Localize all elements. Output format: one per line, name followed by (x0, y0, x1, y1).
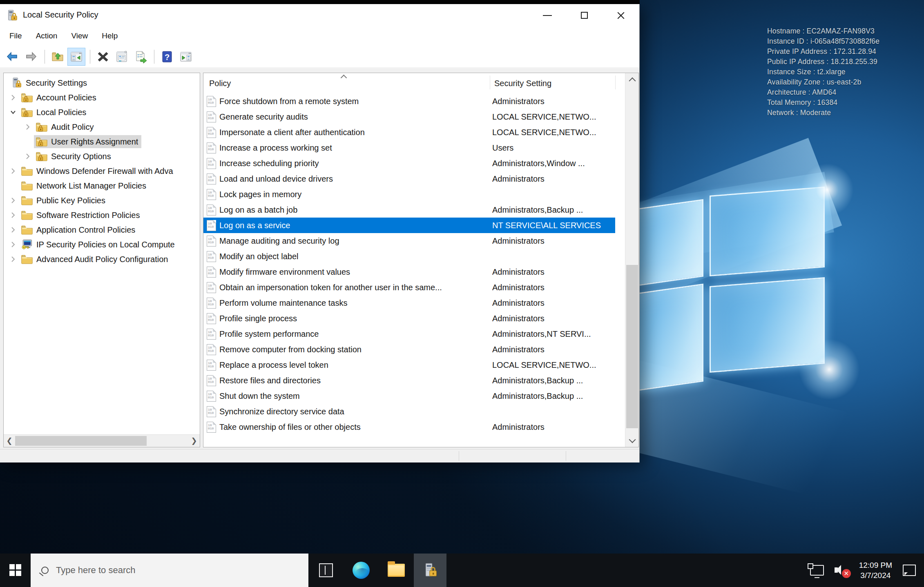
task-view-button[interactable] (308, 554, 344, 587)
tree-item-core[interactable]: Local Policies (19, 106, 89, 119)
policy-row-increase-a-process-working-set[interactable]: Increase a process working setUsers (203, 140, 615, 156)
help-button[interactable]: ? (158, 48, 176, 66)
tree-item-core[interactable]: Account Policies (19, 91, 100, 104)
policy-row-manage-auditing-and-security-log[interactable]: Manage auditing and security logAdminist… (203, 233, 615, 249)
show-console-tree-button[interactable] (67, 48, 85, 66)
policy-row-force-shutdown-from-a-remote-system[interactable]: Force shutdown from a remote systemAdmin… (203, 93, 615, 109)
forward-button[interactable] (22, 48, 40, 66)
column-divider[interactable] (615, 76, 616, 89)
tree-item-audit-policy[interactable]: Audit Policy (4, 120, 200, 134)
policy-row-obtain-an-impersonation-token-for-another-user-in-the-same[interactable]: Obtain an impersonation token for anothe… (203, 280, 615, 295)
column-header-policy[interactable]: Policy (209, 79, 231, 88)
chevron-right-icon[interactable] (7, 253, 19, 265)
chevron-right-icon[interactable] (7, 194, 19, 207)
close-button[interactable] (603, 4, 639, 27)
chevron-right-icon[interactable] (7, 209, 19, 221)
policy-row-shut-down-the-system[interactable]: Shut down the systemAdministrators,Backu… (203, 388, 615, 404)
tree-item-core[interactable]: Security Options (34, 150, 114, 163)
scroll-right-arrow[interactable]: ❯ (188, 435, 200, 447)
chevron-down-icon[interactable] (7, 106, 19, 118)
policy-row-load-and-unload-device-drivers[interactable]: Load and unload device driversAdministra… (203, 171, 615, 187)
delete-button[interactable] (94, 48, 112, 66)
tree-item-core[interactable]: Audit Policy (34, 120, 97, 133)
file-explorer-button[interactable] (379, 554, 414, 587)
policy-row-increase-scheduling-priority[interactable]: Increase scheduling priorityAdministrato… (203, 156, 615, 171)
minimize-button[interactable] (529, 4, 566, 27)
scrollbar-thumb[interactable] (626, 265, 638, 428)
scroll-left-arrow[interactable]: ❮ (4, 435, 15, 447)
tree-item-security-options[interactable]: Security Options (4, 149, 200, 164)
policy-row-lock-pages-in-memory[interactable]: Lock pages in memory (203, 187, 615, 202)
search-input[interactable] (55, 565, 268, 576)
window-top-strip (0, 0, 640, 4)
column-divider[interactable] (490, 76, 490, 89)
tree-horizontal-scrollbar[interactable]: ❮ ❯ (4, 434, 200, 447)
local-security-policy-taskbar-button[interactable] (414, 554, 446, 587)
chevron-right-icon[interactable] (7, 238, 19, 251)
policy-row-replace-a-process-level-token[interactable]: Replace a process level tokenLOCAL SERVI… (203, 357, 615, 373)
taskbar-clock[interactable]: 12:09 PM 3/7/2024 (859, 560, 892, 580)
tree-item-core[interactable]: Application Control Policies (19, 223, 138, 236)
up-one-level-button[interactable] (49, 48, 67, 66)
tree-item-core[interactable]: Network List Manager Policies (19, 179, 150, 192)
tree-item-advanced-audit-policy-configuration[interactable]: Advanced Audit Policy Configuration (4, 252, 200, 267)
policy-row-impersonate-a-client-after-authentication[interactable]: Impersonate a client after authenticatio… (203, 125, 615, 140)
maximize-button[interactable] (566, 4, 603, 27)
chevron-right-icon[interactable] (7, 165, 19, 177)
policy-row-generate-security-audits[interactable]: Generate security auditsLOCAL SERVICE,NE… (203, 109, 615, 125)
tree-item-windows-defender-firewall-with-adva[interactable]: Windows Defender Firewall with Adva (4, 164, 200, 178)
policy-row-modify-firmware-environment-values[interactable]: Modify firmware environment valuesAdmini… (203, 264, 615, 280)
volume-muted-icon[interactable]: ✕ (835, 564, 848, 576)
taskbar-search-box[interactable] (31, 554, 308, 587)
menu-action[interactable]: Action (29, 29, 65, 43)
tree-item-core[interactable]: User Rights Assignment (34, 135, 141, 148)
scrollbar-thumb[interactable] (15, 436, 147, 446)
export-list-button[interactable] (132, 48, 150, 66)
menu-view[interactable]: View (64, 29, 95, 43)
tree-item-core[interactable]: Advanced Audit Policy Configuration (19, 253, 171, 266)
tree-item-core[interactable]: IP Security Policies on Local Compute (19, 238, 178, 251)
network-icon[interactable] (810, 565, 824, 576)
action-center-icon[interactable] (903, 565, 916, 576)
policy-row-remove-computer-from-docking-station[interactable]: Remove computer from docking stationAdmi… (203, 342, 615, 357)
tree-item-public-key-policies[interactable]: Public Key Policies (4, 193, 200, 208)
policy-row-profile-single-process[interactable]: Profile single processAdministrators (203, 311, 615, 326)
tree-item-security-settings[interactable]: Security Settings (4, 76, 200, 90)
list-vertical-scrollbar[interactable] (625, 73, 638, 447)
close-icon (617, 11, 625, 20)
menu-help[interactable]: Help (95, 29, 125, 43)
scroll-down-arrow[interactable] (625, 434, 639, 447)
menu-file[interactable]: File (2, 29, 29, 43)
tree-item-core[interactable]: Windows Defender Firewall with Adva (19, 165, 176, 178)
back-button[interactable] (3, 48, 21, 66)
policy-row-synchronize-directory-service-data[interactable]: Synchronize directory service data (203, 404, 615, 419)
policy-row-log-on-as-a-batch-job[interactable]: Log on as a batch jobAdministrators,Back… (203, 202, 615, 218)
status-bar (0, 449, 639, 462)
policy-row-take-ownership-of-files-or-other-objects[interactable]: Take ownership of files or other objects… (203, 419, 615, 435)
show-action-pane-button[interactable] (177, 48, 195, 66)
tree-item-core[interactable]: Security Settings (9, 76, 90, 89)
chevron-right-icon[interactable] (22, 121, 34, 133)
tree-item-user-rights-assignment[interactable]: User Rights Assignment (4, 134, 200, 149)
policy-row-modify-an-object-label[interactable]: Modify an object label (203, 249, 615, 264)
chevron-right-icon[interactable] (7, 224, 19, 236)
tree-item-network-list-manager-policies[interactable]: Network List Manager Policies (4, 178, 200, 193)
tree-item-software-restriction-policies[interactable]: Software Restriction Policies (4, 208, 200, 222)
policy-row-profile-system-performance[interactable]: Profile system performanceAdministrators… (203, 326, 615, 342)
tree-item-core[interactable]: Public Key Policies (19, 194, 109, 207)
tree-item-local-policies[interactable]: Local Policies (4, 105, 200, 120)
tree-item-application-control-policies[interactable]: Application Control Policies (4, 222, 200, 237)
tree-item-core[interactable]: Software Restriction Policies (19, 209, 143, 222)
tree-item-account-policies[interactable]: Account Policies (4, 90, 200, 105)
policy-row-log-on-as-a-service[interactable]: Log on as a serviceNT SERVICE\ALL SERVIC… (203, 218, 615, 233)
policy-row-restore-files-and-directories[interactable]: Restore files and directoriesAdministrat… (203, 373, 615, 388)
chevron-right-icon[interactable] (7, 91, 19, 104)
chevron-right-icon[interactable] (22, 150, 34, 162)
properties-button[interactable] (113, 48, 131, 66)
scroll-up-arrow[interactable] (625, 73, 639, 86)
edge-browser-button[interactable] (344, 554, 379, 587)
column-header-security-setting[interactable]: Security Setting (494, 79, 551, 88)
tree-item-ip-security-policies-on-local-compute[interactable]: IP Security Policies on Local Compute (4, 237, 200, 252)
start-button[interactable] (0, 554, 31, 587)
policy-row-perform-volume-maintenance-tasks[interactable]: Perform volume maintenance tasksAdminist… (203, 295, 615, 311)
